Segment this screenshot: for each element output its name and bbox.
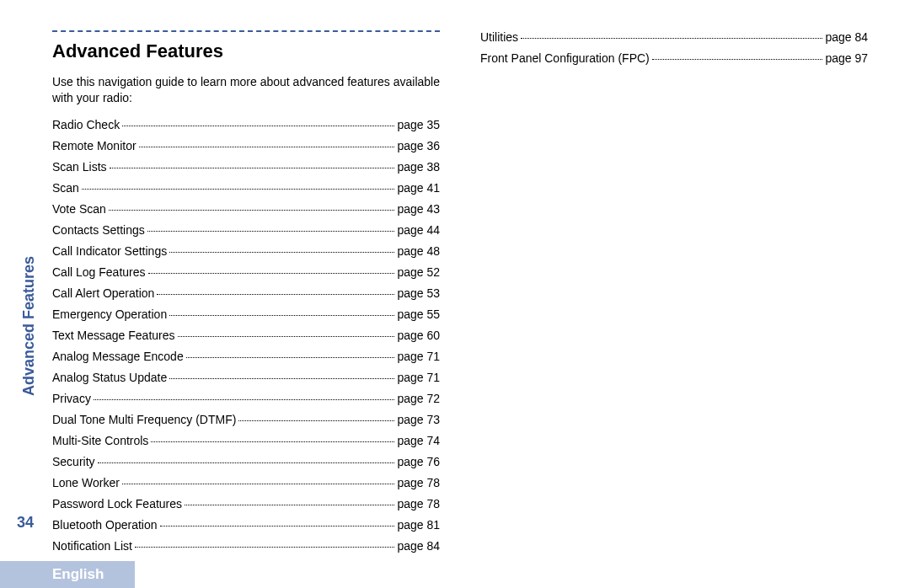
toc-list-right: Utilitiespage 84Front Panel Configuratio… <box>480 30 868 65</box>
toc-entry-label: Call Log Features <box>52 265 146 279</box>
toc-entry-page: page 35 <box>397 118 440 131</box>
toc-entry-page: page 81 <box>397 518 440 532</box>
toc-dot-leader <box>160 526 395 527</box>
toc-entry-label: Text Message Features <box>52 329 175 342</box>
toc-entry-label: Vote Scan <box>52 202 106 216</box>
toc-entry-label: Utilities <box>480 30 518 44</box>
toc-entry: Scan Listspage 38 <box>52 160 440 174</box>
toc-entry-label: Contacts Settings <box>52 223 145 237</box>
toc-entry: Call Alert Operationpage 53 <box>52 286 440 300</box>
toc-entry: Text Message Featurespage 60 <box>52 329 440 342</box>
toc-entry: Privacypage 72 <box>52 392 440 405</box>
toc-entry-label: Call Alert Operation <box>52 286 154 300</box>
toc-dot-leader <box>521 38 822 39</box>
toc-entry-page: page 74 <box>397 434 440 447</box>
toc-dot-leader <box>151 441 394 442</box>
toc-entry-label: Security <box>52 455 95 468</box>
toc-entry-page: page 71 <box>397 371 440 384</box>
toc-dot-leader <box>122 484 394 484</box>
right-column: Utilitiespage 84Front Panel Configuratio… <box>480 30 868 560</box>
toc-entry-page: page 72 <box>397 392 440 405</box>
toc-entry-label: Bluetooth Operation <box>52 518 158 532</box>
toc-entry-page: page 48 <box>397 244 440 258</box>
toc-entry-page: page 84 <box>825 30 868 44</box>
toc-list-left: Radio Checkpage 35Remote Monitorpage 36S… <box>52 118 440 553</box>
toc-entry: Utilitiespage 84 <box>480 30 868 44</box>
toc-entry-page: page 53 <box>397 286 440 300</box>
page-number: 34 <box>17 514 34 532</box>
toc-entry-page: page 76 <box>397 455 440 468</box>
toc-entry-page: page 84 <box>397 539 440 553</box>
toc-entry-label: Lone Worker <box>52 476 120 489</box>
toc-entry-label: Multi-Site Controls <box>52 434 148 447</box>
section-side-label: Advanced Features <box>20 256 38 396</box>
toc-entry-label: Scan Lists <box>52 160 107 174</box>
toc-dot-leader <box>94 399 394 400</box>
toc-entry-page: page 43 <box>397 202 440 216</box>
toc-dot-leader <box>652 59 823 60</box>
toc-entry: Scanpage 41 <box>52 181 440 195</box>
toc-entry: Front Panel Configuration (FPC)page 97 <box>480 51 868 65</box>
toc-entry: Radio Checkpage 35 <box>52 118 440 131</box>
toc-entry-page: page 60 <box>397 329 440 342</box>
toc-entry-page: page 73 <box>397 413 440 426</box>
toc-entry: Remote Monitorpage 36 <box>52 139 440 152</box>
toc-dot-leader <box>169 252 394 253</box>
toc-entry: Lone Workerpage 78 <box>52 476 440 489</box>
language-strip: English <box>0 561 135 588</box>
toc-dot-leader <box>169 315 394 316</box>
toc-dot-leader <box>139 147 395 147</box>
sidebar: Advanced Features 34 <box>0 0 49 588</box>
toc-entry-page: page 38 <box>397 160 440 174</box>
toc-entry-label: Remote Monitor <box>52 139 136 152</box>
toc-dot-leader <box>186 357 395 358</box>
toc-entry: Call Log Featurespage 52 <box>52 265 440 279</box>
toc-entry: Analog Message Encodepage 71 <box>52 350 440 363</box>
toc-dot-leader <box>110 168 395 168</box>
toc-dot-leader <box>98 462 395 463</box>
toc-entry-label: Password Lock Features <box>52 497 182 510</box>
toc-dot-leader <box>147 231 395 232</box>
page-heading: Advanced Features <box>52 30 440 62</box>
toc-entry-label: Call Indicator Settings <box>52 244 167 258</box>
toc-entry: Securitypage 76 <box>52 455 440 468</box>
toc-entry: Call Indicator Settingspage 48 <box>52 244 440 258</box>
toc-dot-leader <box>109 210 395 211</box>
toc-entry-page: page 52 <box>397 265 440 279</box>
toc-entry-label: Front Panel Configuration (FPC) <box>480 51 650 65</box>
toc-dot-leader <box>122 126 394 126</box>
toc-entry-page: page 55 <box>397 307 440 321</box>
toc-entry-page: page 44 <box>397 223 440 237</box>
toc-entry-label: Dual Tone Multi Frequency (DTMF) <box>52 413 236 426</box>
toc-entry: Contacts Settingspage 44 <box>52 223 440 237</box>
intro-text: Use this navigation guide to learn more … <box>52 74 440 106</box>
toc-entry-label: Radio Check <box>52 118 120 131</box>
toc-entry-page: page 78 <box>397 497 440 510</box>
toc-entry-label: Analog Message Encode <box>52 350 184 363</box>
toc-dot-leader <box>169 378 394 379</box>
toc-entry-label: Privacy <box>52 392 91 405</box>
toc-entry-page: page 78 <box>397 476 440 489</box>
toc-entry-label: Emergency Operation <box>52 307 167 321</box>
toc-entry: Bluetooth Operationpage 81 <box>52 518 440 532</box>
toc-dot-leader <box>185 505 394 505</box>
toc-entry-page: page 71 <box>397 350 440 363</box>
toc-entry: Multi-Site Controlspage 74 <box>52 434 440 447</box>
toc-entry-label: Analog Status Update <box>52 371 167 384</box>
toc-entry: Notification Listpage 84 <box>52 539 440 553</box>
toc-entry-page: page 36 <box>397 139 440 152</box>
toc-entry-label: Notification List <box>52 539 132 553</box>
toc-dot-leader <box>148 273 395 274</box>
left-column: Advanced Features Use this navigation gu… <box>52 30 440 560</box>
toc-entry: Dual Tone Multi Frequency (DTMF)page 73 <box>52 413 440 426</box>
toc-entry: Analog Status Updatepage 71 <box>52 371 440 384</box>
toc-dot-leader <box>238 420 394 421</box>
toc-entry-page: page 41 <box>397 181 440 195</box>
content-area: Advanced Features Use this navigation gu… <box>52 30 883 560</box>
toc-entry: Vote Scanpage 43 <box>52 202 440 216</box>
toc-entry-page: page 97 <box>825 51 868 65</box>
language-label: English <box>0 566 104 582</box>
toc-dot-leader <box>157 294 394 295</box>
toc-dot-leader <box>135 547 394 548</box>
toc-entry-label: Scan <box>52 181 79 195</box>
